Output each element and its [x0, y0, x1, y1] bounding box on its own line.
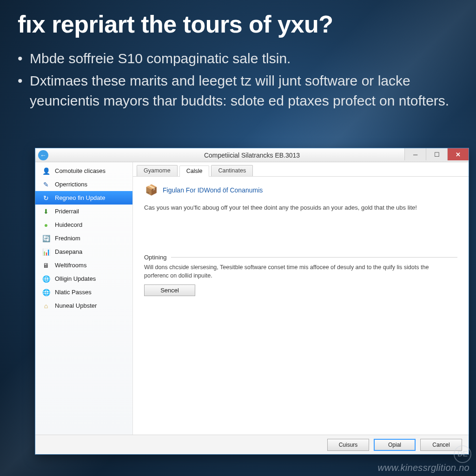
- window-controls: [404, 148, 469, 160]
- tab-pane: 📦 Figulan For IDWond öf Conanumis Cas yo…: [133, 177, 469, 435]
- sidebar-item-regneo-update[interactable]: ↻ Regneo fin Update: [35, 191, 132, 205]
- sidebar-item-fredniom[interactable]: 🔄 Fredniom: [35, 231, 132, 245]
- watermark-badge: DE: [454, 445, 471, 463]
- sidebar-item-nlatic-passes[interactable]: 🌐 Nlatic Passes: [35, 285, 132, 299]
- maximize-button[interactable]: [426, 148, 447, 160]
- sidebar-item-label: Huidecord: [55, 221, 82, 228]
- sidebar-item-nuneal-upbster[interactable]: ⌂ Nuneal Upbster: [35, 299, 132, 312]
- globe-icon: 🌐: [42, 288, 50, 297]
- home-icon: ⌂: [42, 302, 50, 310]
- back-icon[interactable]: [38, 150, 48, 160]
- sidebar-item-label: Dasepana: [55, 248, 82, 255]
- slide-title: fıx repriart the tours of yxu?: [18, 10, 467, 38]
- sidebar-item-comotuite[interactable]: 👤 Comotuite clicases: [35, 164, 132, 178]
- sencel-button[interactable]: Sencel: [144, 284, 195, 296]
- pencil-icon: ✎: [42, 180, 50, 189]
- sidebar-item-label: Operrictions: [55, 181, 87, 188]
- record-icon: ●: [42, 221, 50, 229]
- user-lock-icon: 👤: [42, 167, 50, 175]
- tab-cantinates[interactable]: Cantinates: [211, 165, 253, 176]
- sidebar: 👤 Comotuite clicases ✎ Operrictions ↻ Re…: [35, 162, 133, 435]
- sidebar-item-label: Olligin Updates: [55, 275, 96, 282]
- sidebar-item-label: Regneo fin Update: [55, 194, 105, 201]
- box-icon: 📦: [144, 183, 158, 197]
- divider: [171, 257, 457, 258]
- section-label: Optining: [144, 254, 166, 261]
- sidebar-item-label: Fredniom: [55, 235, 80, 242]
- sidebar-item-weltifrooms[interactable]: 🖥 Weltifrooms: [35, 258, 132, 272]
- slide-bullets: Mbde soffreie S10 compaginatic sale tlsi…: [18, 48, 462, 113]
- refresh-icon: 🔄: [42, 234, 50, 243]
- sidebar-item-label: Weltifrooms: [55, 262, 86, 269]
- bullet-1: Mbde soffreie S10 compaginatic sale tlsi…: [18, 48, 462, 69]
- section-description: Will dons chcside slersesing, Teesitble …: [144, 264, 442, 280]
- cuisurs-button[interactable]: Cuisurs: [327, 439, 369, 451]
- app-window: Competiicial Silatrancks EB.3013 👤 Comot…: [35, 148, 469, 455]
- watermark-url: www.kinessrglition.no: [378, 463, 470, 473]
- sidebar-item-priderrail[interactable]: ⬇ Priderrail: [35, 205, 132, 218]
- sidebar-item-huidecord[interactable]: ● Huidecord: [35, 218, 132, 231]
- pane-heading: Figulan For IDWond öf Conanumis: [163, 186, 263, 194]
- sidebar-item-olligin-updates[interactable]: 🌐 Olligin Updates: [35, 272, 132, 285]
- sidebar-item-operrictions[interactable]: ✎ Operrictions: [35, 178, 132, 191]
- minimize-button[interactable]: [404, 148, 426, 160]
- tab-calsle[interactable]: Calsle: [179, 165, 210, 177]
- globe-icon: 🌐: [42, 275, 50, 283]
- window-body: 👤 Comotuite clicases ✎ Operrictions ↻ Re…: [35, 162, 469, 435]
- tabs: Gyamome Calsle Cantinates: [133, 162, 469, 177]
- monitor-icon: 🖥: [42, 261, 50, 270]
- tab-gyamome[interactable]: Gyamome: [137, 165, 178, 176]
- pane-description: Cas yous wan you'fic aboug off your tel …: [144, 204, 442, 212]
- dialog-footer: Cuisurs Opial Cancel: [35, 435, 469, 454]
- update-arrow-icon: ↻: [42, 194, 50, 202]
- download-icon: ⬇: [42, 207, 50, 216]
- chart-icon: 📊: [42, 248, 50, 256]
- section-label-row: Optining: [144, 254, 457, 261]
- sidebar-item-label: Priderrail: [55, 208, 79, 215]
- close-button[interactable]: [447, 148, 469, 160]
- sidebar-item-label: Nlatic Passes: [55, 289, 92, 296]
- opial-button[interactable]: Opial: [374, 439, 416, 451]
- bullet-2: Dxtimaes these marits and leeget tz will…: [18, 71, 462, 111]
- content-area: Gyamome Calsle Cantinates 📦 Figulan For …: [133, 162, 469, 435]
- sidebar-item-label: Nuneal Upbster: [55, 302, 97, 309]
- window-title: Competiicial Silatrancks EB.3013: [35, 152, 469, 159]
- pane-heading-row: 📦 Figulan For IDWond öf Conanumis: [144, 183, 457, 197]
- titlebar: Competiicial Silatrancks EB.3013: [35, 148, 469, 162]
- sidebar-item-dasepana[interactable]: 📊 Dasepana: [35, 245, 132, 258]
- sidebar-item-label: Comotuite clicases: [55, 167, 106, 174]
